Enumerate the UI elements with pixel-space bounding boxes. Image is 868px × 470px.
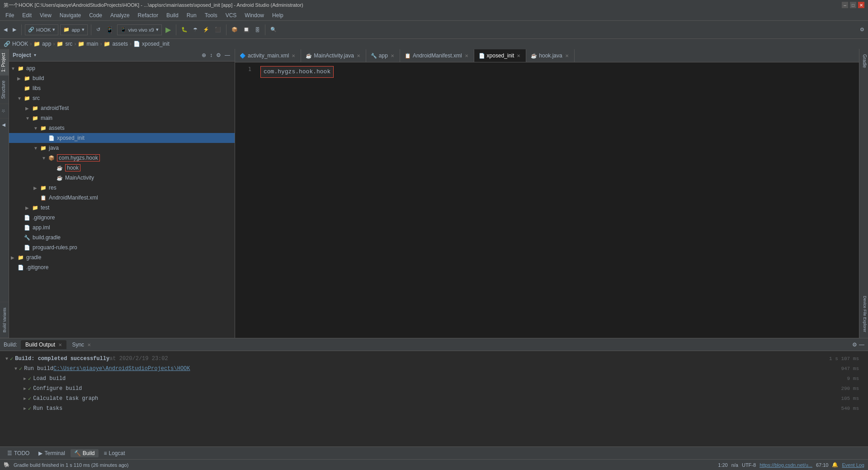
menu-edit[interactable]: Edit <box>19 11 35 19</box>
breadcrumb-xposed-init[interactable]: xposed_init <box>142 41 170 47</box>
sync-project-button[interactable]: ↺ <box>94 24 102 36</box>
settings-gear-icon[interactable]: ⚙ <box>215 51 222 59</box>
menu-window[interactable]: Window <box>241 11 268 19</box>
expand-configure-icon[interactable]: ▶ <box>24 386 26 391</box>
status-url[interactable]: https://blog.csdn.net/u... <box>760 462 812 468</box>
tree-item-java[interactable]: ▼ 📁 java <box>9 143 235 153</box>
expand-run-build-icon[interactable]: ▼ <box>14 366 17 371</box>
tab-close-app[interactable]: ✕ <box>390 53 395 58</box>
tree-item-xposed-init[interactable]: 📄 xposed_init <box>9 133 235 143</box>
tree-item-mainactivity[interactable]: ☕ MainActivity <box>9 173 235 183</box>
tree-item-gitignore-app[interactable]: 📄 .gitignore <box>9 213 235 223</box>
hide-panel-button[interactable]: — <box>224 51 231 59</box>
back-button[interactable]: ◀ <box>2 24 9 36</box>
panel-tab-structure[interactable]: Structure <box>0 76 9 104</box>
expand-calc-graph-icon[interactable]: ▶ <box>24 396 26 401</box>
bottom-tab-build-output[interactable]: Build Output ✕ <box>21 340 66 349</box>
project-combo[interactable]: 🔗 HOOK ▾ <box>25 24 58 35</box>
menu-view[interactable]: View <box>36 11 55 19</box>
tab-app[interactable]: 🔧 app ✕ <box>366 49 400 62</box>
tree-item-main[interactable]: ▼ 📁 main <box>9 113 235 123</box>
tab-close-androidmanifest[interactable]: ✕ <box>464 53 469 58</box>
menu-analyze[interactable]: Analyze <box>107 11 133 19</box>
breadcrumb-hook[interactable]: 🔗 <box>4 41 10 47</box>
panel-tab-project[interactable]: 1: Project <box>0 49 9 76</box>
tool-tab-build[interactable]: 🔨 Build <box>71 449 99 457</box>
search-everywhere-button[interactable]: 🔍 <box>269 24 278 36</box>
tab-xposed-init[interactable]: 📄 xposed_init ✕ <box>474 49 527 62</box>
expand-run-tasks-icon[interactable]: ▶ <box>24 406 26 411</box>
tree-item-androidtest[interactable]: ▶ 📁 androidTest <box>9 103 235 113</box>
menu-run[interactable]: Run <box>183 11 200 19</box>
tree-item-res[interactable]: ▶ 📁 res <box>9 183 235 193</box>
tab-androidmanifest[interactable]: 📋 AndroidManifest.xml ✕ <box>400 49 474 62</box>
settings-button[interactable]: ⚙ <box>858 24 866 36</box>
run-button[interactable]: ▶ <box>164 24 173 36</box>
tree-item-test[interactable]: ▶ 📁 test <box>9 203 235 213</box>
breadcrumb-hook-label[interactable]: HOOK <box>12 41 28 47</box>
menu-help[interactable]: Help <box>269 11 287 19</box>
database-button[interactable]: 🗄 <box>253 24 262 36</box>
tab-hook-java[interactable]: ☕ hook.java ✕ <box>526 49 574 62</box>
tab-mainactivity-java[interactable]: ☕ MainActivity.java ✕ <box>301 49 366 62</box>
tab-close-activity-main[interactable]: ✕ <box>291 53 296 58</box>
close-button[interactable]: ✕ <box>858 2 864 8</box>
tool-tab-logcat[interactable]: ≡ Logcat <box>100 449 129 457</box>
tree-item-gitignore-root[interactable]: 📄 .gitignore <box>9 262 235 272</box>
tree-item-package[interactable]: ▼ 📦 com.hygzs.hook <box>9 153 235 163</box>
chevron-down-icon-panel[interactable]: ▾ <box>34 52 36 57</box>
run-build-path[interactable]: C:\Users\qiaoye\AndroidStudioProjects\HO… <box>53 366 190 372</box>
debug-button[interactable]: 🐛 <box>179 24 189 36</box>
menu-navigate[interactable]: Navigate <box>56 11 85 19</box>
tab-close-xposed-init[interactable]: ✕ <box>516 53 521 58</box>
tree-item-build-gradle[interactable]: 🔧 build.gradle <box>9 233 235 242</box>
tab-close-mainactivity[interactable]: ✕ <box>356 53 361 58</box>
bottom-minimize-button[interactable]: — <box>859 342 864 348</box>
forward-button[interactable]: ▶ <box>11 24 18 36</box>
tree-item-manifest[interactable]: 📋 AndroidManifest.xml <box>9 193 235 203</box>
right-tab-device-file[interactable]: Device File Explorer <box>859 290 868 338</box>
sdk-button[interactable]: 📦 <box>230 24 240 36</box>
bottom-tab-sync[interactable]: Sync ✕ <box>67 340 95 349</box>
right-tab-gradle[interactable]: Gradle <box>859 49 868 73</box>
tree-item-src[interactable]: ▼ 📁 src <box>9 93 235 103</box>
module-combo[interactable]: 📁 app ▾ <box>60 24 87 35</box>
menu-build[interactable]: Build <box>163 11 182 19</box>
tool-tab-todo[interactable]: ☰ TODO <box>4 449 33 457</box>
breadcrumb-src[interactable]: src <box>65 41 72 47</box>
expand-complete-icon[interactable]: ▼ <box>5 356 8 361</box>
breadcrumb-main[interactable]: main <box>86 41 98 47</box>
panel-tab-build-variants[interactable]: Build Variants <box>0 302 9 338</box>
bottom-settings-button[interactable]: ⚙ <box>852 342 857 348</box>
menu-tools[interactable]: Tools <box>201 11 221 19</box>
menu-code[interactable]: Code <box>85 11 106 19</box>
tab-activity-main-xml[interactable]: 🔷 activity_main.xml ✕ <box>235 49 301 62</box>
tree-item-assets[interactable]: ▼ 📁 assets <box>9 123 235 133</box>
event-log-label[interactable]: Event Log <box>842 462 864 468</box>
menu-refactor[interactable]: Refactor <box>134 11 162 19</box>
tree-item-app-iml[interactable]: 📄 app.iml <box>9 223 235 233</box>
tree-item-libs[interactable]: 📁 libs <box>9 83 235 93</box>
panel-tab-favorites[interactable]: ☆ <box>0 104 9 118</box>
editor-content[interactable]: 1 com.hygzs.hook.hook <box>235 62 859 338</box>
tab-close-hook-java[interactable]: ✕ <box>564 53 570 58</box>
menu-file[interactable]: File <box>2 11 18 19</box>
breadcrumb-assets[interactable]: assets <box>112 41 128 47</box>
stop-button[interactable]: ⬛ <box>213 24 223 36</box>
tool-tab-terminal[interactable]: ▶ Terminal <box>35 449 68 457</box>
scroll-from-source-button[interactable]: ↕ <box>209 51 213 59</box>
tree-item-proguard[interactable]: 📄 proguard-rules.pro <box>9 242 235 252</box>
profile-button[interactable]: ⚡ <box>201 24 211 36</box>
sync-tab-close[interactable]: ✕ <box>87 342 91 347</box>
layout-button[interactable]: 🔲 <box>241 24 251 36</box>
maximize-button[interactable]: □ <box>850 2 856 8</box>
breadcrumb-app[interactable]: app <box>42 41 51 47</box>
code-content[interactable]: com.hygzs.hook.hook <box>260 66 334 78</box>
coverage-button[interactable]: ☂ <box>191 24 199 36</box>
minimize-button[interactable]: – <box>842 2 848 8</box>
avd-button[interactable]: 📱 <box>104 24 115 36</box>
menu-vcs[interactable]: VCS <box>222 11 241 19</box>
tree-item-app[interactable]: ▼ 📁 app <box>9 63 235 73</box>
panel-tab-run[interactable]: ▶ <box>0 118 9 133</box>
expand-load-build-icon[interactable]: ▶ <box>24 376 26 381</box>
